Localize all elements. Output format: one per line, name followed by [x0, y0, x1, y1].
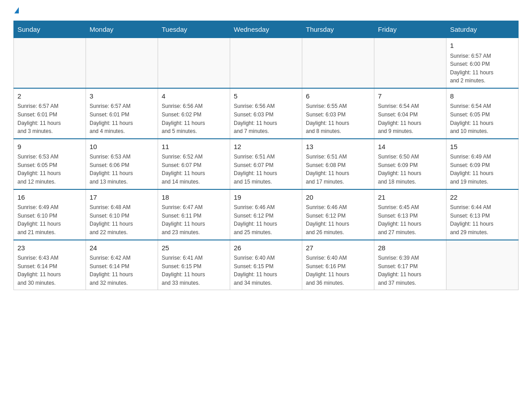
calendar-day-cell: 6Sunrise: 6:55 AM Sunset: 6:03 PM Daylig…: [302, 88, 374, 139]
day-number: 23: [17, 243, 82, 253]
calendar-week-row: 1Sunrise: 6:57 AM Sunset: 6:00 PM Daylig…: [14, 38, 519, 88]
day-info: Sunrise: 6:41 AM Sunset: 6:15 PM Dayligh…: [162, 254, 226, 287]
calendar-day-cell: [374, 38, 446, 88]
day-number: 10: [90, 142, 154, 152]
day-info: Sunrise: 6:42 AM Sunset: 6:14 PM Dayligh…: [90, 254, 154, 287]
calendar-day-cell: 24Sunrise: 6:42 AM Sunset: 6:14 PM Dayli…: [86, 240, 158, 290]
calendar-day-cell: 2Sunrise: 6:57 AM Sunset: 6:01 PM Daylig…: [14, 88, 86, 139]
calendar-day-cell: 28Sunrise: 6:39 AM Sunset: 6:17 PM Dayli…: [374, 240, 446, 290]
day-number: 8: [450, 91, 515, 102]
day-info: Sunrise: 6:53 AM Sunset: 6:05 PM Dayligh…: [17, 153, 82, 186]
calendar-day-cell: [302, 38, 374, 88]
calendar-day-cell: 14Sunrise: 6:50 AM Sunset: 6:09 PM Dayli…: [374, 139, 446, 189]
day-number: 15: [450, 142, 515, 152]
calendar-day-cell: [158, 38, 230, 88]
calendar-day-cell: 3Sunrise: 6:57 AM Sunset: 6:01 PM Daylig…: [86, 88, 158, 139]
day-number: 26: [234, 243, 298, 253]
calendar-week-row: 16Sunrise: 6:49 AM Sunset: 6:10 PM Dayli…: [14, 189, 519, 240]
day-info: Sunrise: 6:40 AM Sunset: 6:16 PM Dayligh…: [306, 254, 370, 287]
day-number: 3: [90, 91, 154, 102]
calendar-day-cell: 20Sunrise: 6:46 AM Sunset: 6:12 PM Dayli…: [302, 189, 374, 240]
logo-triangle-icon: [14, 7, 19, 13]
calendar-day-cell: 25Sunrise: 6:41 AM Sunset: 6:15 PM Dayli…: [158, 240, 230, 290]
logo: [13, 9, 19, 13]
day-number: 9: [17, 142, 82, 152]
calendar-day-cell: 5Sunrise: 6:56 AM Sunset: 6:03 PM Daylig…: [230, 88, 302, 139]
day-number: 20: [306, 193, 370, 203]
day-info: Sunrise: 6:46 AM Sunset: 6:12 PM Dayligh…: [234, 203, 298, 236]
calendar-day-cell: 22Sunrise: 6:44 AM Sunset: 6:13 PM Dayli…: [446, 189, 519, 240]
calendar-day-cell: 17Sunrise: 6:48 AM Sunset: 6:10 PM Dayli…: [86, 189, 158, 240]
weekday-header-saturday: Saturday: [446, 21, 519, 38]
day-number: 17: [90, 193, 154, 203]
weekday-header-tuesday: Tuesday: [158, 21, 230, 38]
calendar-day-cell: 26Sunrise: 6:40 AM Sunset: 6:15 PM Dayli…: [230, 240, 302, 290]
weekday-header-thursday: Thursday: [302, 21, 374, 38]
calendar-day-cell: 27Sunrise: 6:40 AM Sunset: 6:16 PM Dayli…: [302, 240, 374, 290]
day-number: 4: [162, 91, 226, 102]
weekday-header-friday: Friday: [374, 21, 446, 38]
day-info: Sunrise: 6:56 AM Sunset: 6:03 PM Dayligh…: [234, 102, 298, 135]
day-number: 1: [450, 41, 515, 51]
day-info: Sunrise: 6:49 AM Sunset: 6:09 PM Dayligh…: [450, 153, 515, 186]
day-number: 22: [450, 193, 515, 203]
day-info: Sunrise: 6:57 AM Sunset: 6:00 PM Dayligh…: [450, 52, 515, 85]
day-info: Sunrise: 6:54 AM Sunset: 6:04 PM Dayligh…: [378, 102, 442, 135]
day-number: 24: [90, 243, 154, 253]
day-info: Sunrise: 6:45 AM Sunset: 6:13 PM Dayligh…: [378, 203, 442, 236]
day-info: Sunrise: 6:49 AM Sunset: 6:10 PM Dayligh…: [17, 203, 82, 236]
calendar-day-cell: 23Sunrise: 6:43 AM Sunset: 6:14 PM Dayli…: [14, 240, 86, 290]
day-info: Sunrise: 6:51 AM Sunset: 6:08 PM Dayligh…: [306, 153, 370, 186]
day-info: Sunrise: 6:57 AM Sunset: 6:01 PM Dayligh…: [90, 102, 154, 135]
day-number: 6: [306, 91, 370, 102]
day-info: Sunrise: 6:44 AM Sunset: 6:13 PM Dayligh…: [450, 203, 515, 236]
day-info: Sunrise: 6:50 AM Sunset: 6:09 PM Dayligh…: [378, 153, 442, 186]
day-number: 2: [17, 91, 82, 102]
day-info: Sunrise: 6:54 AM Sunset: 6:05 PM Dayligh…: [450, 102, 515, 135]
day-number: 11: [162, 142, 226, 152]
day-info: Sunrise: 6:56 AM Sunset: 6:02 PM Dayligh…: [162, 102, 226, 135]
day-number: 18: [162, 193, 226, 203]
day-info: Sunrise: 6:43 AM Sunset: 6:14 PM Dayligh…: [17, 254, 82, 287]
day-info: Sunrise: 6:39 AM Sunset: 6:17 PM Dayligh…: [378, 254, 442, 287]
weekday-header-sunday: Sunday: [14, 21, 86, 38]
calendar-day-cell: 9Sunrise: 6:53 AM Sunset: 6:05 PM Daylig…: [14, 139, 86, 189]
day-number: 13: [306, 142, 370, 152]
calendar-header-row: SundayMondayTuesdayWednesdayThursdayFrid…: [14, 21, 519, 38]
day-info: Sunrise: 6:47 AM Sunset: 6:11 PM Dayligh…: [162, 203, 226, 236]
calendar-week-row: 23Sunrise: 6:43 AM Sunset: 6:14 PM Dayli…: [14, 240, 519, 290]
day-number: 14: [378, 142, 442, 152]
calendar-day-cell: 21Sunrise: 6:45 AM Sunset: 6:13 PM Dayli…: [374, 189, 446, 240]
calendar-day-cell: 10Sunrise: 6:53 AM Sunset: 6:06 PM Dayli…: [86, 139, 158, 189]
calendar-table: SundayMondayTuesdayWednesdayThursdayFrid…: [13, 21, 519, 290]
day-info: Sunrise: 6:52 AM Sunset: 6:07 PM Dayligh…: [162, 153, 226, 186]
day-info: Sunrise: 6:48 AM Sunset: 6:10 PM Dayligh…: [90, 203, 154, 236]
day-info: Sunrise: 6:46 AM Sunset: 6:12 PM Dayligh…: [306, 203, 370, 236]
day-number: 5: [234, 91, 298, 102]
weekday-header-monday: Monday: [86, 21, 158, 38]
day-number: 28: [378, 243, 442, 253]
day-number: 19: [234, 193, 298, 203]
day-number: 16: [17, 193, 82, 203]
day-number: 7: [378, 91, 442, 102]
day-info: Sunrise: 6:55 AM Sunset: 6:03 PM Dayligh…: [306, 102, 370, 135]
calendar-week-row: 2Sunrise: 6:57 AM Sunset: 6:01 PM Daylig…: [14, 88, 519, 139]
calendar-day-cell: 19Sunrise: 6:46 AM Sunset: 6:12 PM Dayli…: [230, 189, 302, 240]
day-number: 27: [306, 243, 370, 253]
day-info: Sunrise: 6:53 AM Sunset: 6:06 PM Dayligh…: [90, 153, 154, 186]
day-info: Sunrise: 6:40 AM Sunset: 6:15 PM Dayligh…: [234, 254, 298, 287]
day-number: 21: [378, 193, 442, 203]
calendar-week-row: 9Sunrise: 6:53 AM Sunset: 6:05 PM Daylig…: [14, 139, 519, 189]
calendar-day-cell: [230, 38, 302, 88]
calendar-day-cell: 4Sunrise: 6:56 AM Sunset: 6:02 PM Daylig…: [158, 88, 230, 139]
weekday-header-wednesday: Wednesday: [230, 21, 302, 38]
calendar-day-cell: 11Sunrise: 6:52 AM Sunset: 6:07 PM Dayli…: [158, 139, 230, 189]
calendar-day-cell: 16Sunrise: 6:49 AM Sunset: 6:10 PM Dayli…: [14, 189, 86, 240]
calendar-day-cell: [14, 38, 86, 88]
page-header: [13, 9, 519, 13]
calendar-day-cell: 15Sunrise: 6:49 AM Sunset: 6:09 PM Dayli…: [446, 139, 519, 189]
calendar-day-cell: 1Sunrise: 6:57 AM Sunset: 6:00 PM Daylig…: [446, 38, 519, 88]
day-number: 25: [162, 243, 226, 253]
calendar-day-cell: 8Sunrise: 6:54 AM Sunset: 6:05 PM Daylig…: [446, 88, 519, 139]
calendar-day-cell: 18Sunrise: 6:47 AM Sunset: 6:11 PM Dayli…: [158, 189, 230, 240]
